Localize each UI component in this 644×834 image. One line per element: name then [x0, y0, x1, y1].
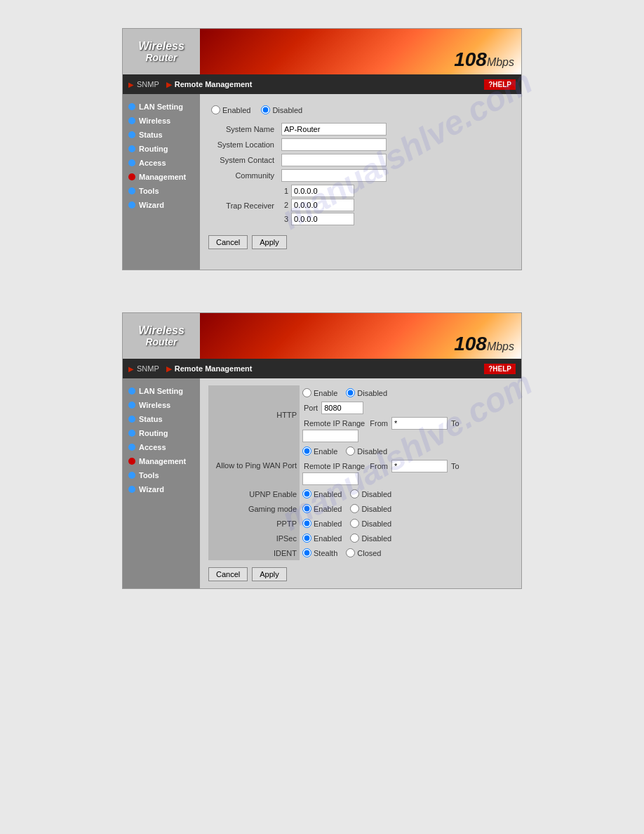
gaming-cell: Enabled Disabled: [300, 501, 513, 516]
sidebar-label-routing: Routing: [139, 145, 168, 153]
gaming-disabled-option[interactable]: Disabled: [350, 504, 391, 513]
ping-enable-option[interactable]: Enable: [302, 446, 337, 456]
http-radio-cell: Enable Disabled: [300, 385, 513, 400]
trap-input-1[interactable]: [291, 185, 354, 197]
ipsec-enabled-radio[interactable]: [302, 534, 311, 543]
ipsec-disabled-option[interactable]: Disabled: [350, 534, 391, 543]
upnp-enabled-option[interactable]: Enabled: [302, 489, 342, 498]
sidebar-label-status: Status: [139, 131, 163, 139]
panel2-tab-remote[interactable]: ▶ Remote Management: [166, 364, 253, 373]
community-input[interactable]: [281, 169, 387, 182]
remote-ip-label: Remote IP Range: [304, 419, 365, 428]
panel2-sidebar-wireless[interactable]: Wireless: [123, 398, 200, 412]
community-row: Community: [208, 168, 513, 183]
gaming-enabled-option[interactable]: Enabled: [302, 504, 342, 513]
p2-label-wizard: Wizard: [139, 485, 164, 494]
panel2-logo-router: Router: [145, 336, 177, 348]
pptp-enabled-radio[interactable]: [302, 519, 311, 528]
panel1-apply-button[interactable]: Apply: [252, 235, 287, 249]
p2-dot-wizard: [128, 486, 135, 493]
panel2-logo: Wireless Router: [123, 313, 200, 359]
radio-enabled-option[interactable]: Enabled: [211, 105, 250, 114]
panel2-sidebar-lan[interactable]: LAN Setting: [123, 384, 200, 398]
panel2-content: LAN Setting Wireless Status Routing: [123, 378, 521, 588]
radio-disabled-option[interactable]: Disabled: [261, 105, 302, 114]
http-ip-cell: Remote IP Range From To: [300, 416, 513, 444]
ident-stealth-option[interactable]: Stealth: [302, 548, 337, 557]
panel1-cancel-button[interactable]: Cancel: [208, 235, 248, 249]
ping-disabled-radio[interactable]: [346, 446, 355, 456]
upnp-disabled-radio[interactable]: [350, 489, 359, 498]
panel2-logo-wireless: Wireless: [138, 324, 185, 337]
sidebar-item-lan-setting[interactable]: LAN Setting: [123, 100, 200, 114]
panel2-sidebar-routing[interactable]: Routing: [123, 426, 200, 440]
sidebar-item-access[interactable]: Access: [123, 156, 200, 170]
ping-enable-radio[interactable]: [302, 446, 311, 456]
system-contact-input[interactable]: [281, 154, 387, 166]
gaming-enabled-radio[interactable]: [302, 504, 311, 513]
port-input[interactable]: [321, 402, 363, 414]
http-enable-option[interactable]: Enable: [302, 388, 337, 397]
upnp-disabled-label: Disabled: [361, 490, 391, 498]
ipsec-disabled-radio[interactable]: [350, 534, 359, 543]
p2-label-tools: Tools: [139, 471, 159, 479]
panel2-sidebar-management[interactable]: Management: [123, 454, 200, 468]
sidebar-item-status[interactable]: Status: [123, 128, 200, 142]
pptp-enabled-label: Enabled: [314, 519, 342, 528]
ip-to-input-2[interactable]: [302, 472, 358, 485]
panel2-tab-snmp[interactable]: ▶ SNMP: [128, 364, 159, 373]
tab-remote-mgmt[interactable]: ▶ Remote Management: [166, 80, 253, 88]
radio-enabled-input[interactable]: [211, 105, 220, 114]
sidebar-item-wizard[interactable]: Wizard: [123, 198, 200, 212]
pptp-enabled-option[interactable]: Enabled: [302, 519, 342, 528]
ipsec-enabled-option[interactable]: Enabled: [302, 534, 342, 543]
system-name-input[interactable]: [281, 123, 387, 135]
system-location-label: System Location: [208, 137, 279, 152]
panel2-banner-speed: 108Mbps: [454, 333, 514, 355]
trap-input-2[interactable]: [291, 199, 354, 211]
http-disabled-radio[interactable]: [346, 388, 355, 397]
panel2-help-button[interactable]: ?HELP: [484, 364, 516, 374]
ping-disabled-option[interactable]: Disabled: [346, 446, 387, 456]
sidebar-item-wireless[interactable]: Wireless: [123, 114, 200, 128]
system-location-input[interactable]: [281, 138, 387, 151]
radio-disabled-input[interactable]: [261, 105, 270, 114]
gaming-disabled-radio[interactable]: [350, 504, 359, 513]
trap-row-3: 3: [281, 213, 510, 225]
panel2-cancel-button[interactable]: Cancel: [208, 567, 248, 581]
sidebar-item-tools[interactable]: Tools: [123, 184, 200, 198]
pptp-disabled-option[interactable]: Disabled: [350, 519, 391, 528]
panel2-sidebar-wizard[interactable]: Wizard: [123, 482, 200, 496]
system-location-cell: [279, 137, 513, 152]
ip-to-input-1[interactable]: [302, 430, 358, 442]
http-enable-row: HTTP Enable Di: [208, 385, 513, 400]
panel2-apply-button[interactable]: Apply: [252, 567, 287, 581]
http-enable-radio[interactable]: [302, 388, 311, 397]
tab-remote-label: Remote Management: [175, 80, 253, 88]
panel2-sidebar-status[interactable]: Status: [123, 412, 200, 426]
tab-snmp-label: SNMP: [137, 80, 159, 88]
sidebar-item-routing[interactable]: Routing: [123, 142, 200, 156]
ident-stealth-radio[interactable]: [302, 548, 311, 557]
upnp-enabled-radio[interactable]: [302, 489, 311, 498]
panel2-sidebar-tools[interactable]: Tools: [123, 468, 200, 482]
ping-remote-ip-label: Remote IP Range: [304, 462, 365, 470]
gaming-row: Gaming mode Enabled Disabled: [208, 501, 513, 516]
ident-closed-option[interactable]: Closed: [346, 548, 381, 557]
ident-closed-radio[interactable]: [346, 548, 355, 557]
system-contact-cell: [279, 152, 513, 168]
sidebar-item-management[interactable]: Management: [123, 170, 200, 184]
upnp-disabled-option[interactable]: Disabled: [350, 489, 391, 498]
ping-ip-cell: Remote IP Range From To: [300, 458, 513, 486]
port-label: Port: [304, 404, 318, 412]
banner-speed: 108Mbps: [454, 48, 514, 71]
ip-from-input-1[interactable]: [391, 417, 448, 430]
http-disabled-option[interactable]: Disabled: [346, 388, 387, 397]
http-disabled-label: Disabled: [357, 389, 387, 397]
tab-snmp[interactable]: ▶ SNMP: [128, 80, 159, 88]
help-button[interactable]: ?HELP: [484, 79, 516, 90]
ip-from-input-2[interactable]: [391, 460, 448, 472]
trap-input-3[interactable]: [291, 213, 354, 225]
pptp-disabled-radio[interactable]: [350, 519, 359, 528]
panel2-sidebar-access[interactable]: Access: [123, 440, 200, 454]
